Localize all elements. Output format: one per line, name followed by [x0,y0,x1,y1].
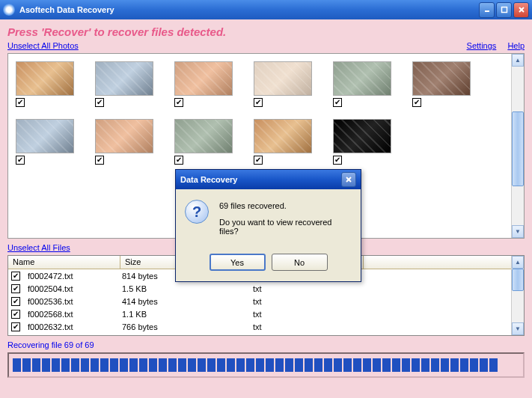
table-row[interactable]: ✔f0002568.txt1.1 KBtxt [8,307,524,320]
table-row[interactable]: ✔f0002504.txt1.5 KBtxt [8,282,524,295]
photo-checkbox[interactable]: ✔ [254,98,263,107]
photo-item[interactable]: ✔ [16,119,74,165]
progress-segment [441,358,449,372]
photo-item[interactable]: ✔ [16,61,74,107]
file-scrollbar[interactable]: ▲ ▼ [511,256,524,335]
progress-segment [324,358,332,372]
photo-checkbox[interactable]: ✔ [333,98,342,107]
scroll-down-button[interactable]: ▼ [512,322,524,335]
file-size: 1.1 KB [117,309,248,319]
progress-segment [480,358,488,372]
photo-item[interactable]: ✔ [254,119,312,165]
help-link[interactable]: Help [507,41,525,50]
no-button[interactable]: No [272,254,328,271]
question-icon: ? [185,200,209,224]
photo-checkbox[interactable]: ✔ [95,156,104,165]
col-header-name[interactable]: Name [8,256,120,269]
table-row[interactable]: ✔f0002632.txt766 bytestxt [8,320,524,333]
file-size: 766 bytes [117,322,248,332]
table-row[interactable]: ✔f0002536.txt414 bytestxt [8,295,524,307]
photo-item[interactable]: ✔ [333,61,391,107]
close-button[interactable] [513,2,529,18]
file-checkbox[interactable]: ✔ [11,310,20,319]
file-ext: txt [248,309,361,319]
progress-segment [295,358,303,372]
dialog-body: ? 69 files recovered. Do you want to vie… [176,189,361,249]
progress-segment [52,358,60,372]
unselect-photos-link[interactable]: Unselect All Photos [7,41,79,50]
scroll-thumb[interactable] [512,111,524,186]
dialog-close-button[interactable] [341,172,356,187]
photo-item[interactable]: ✔ [412,61,471,107]
scroll-down-button[interactable]: ▼ [512,225,524,238]
file-name: f0002568.txt [23,309,117,319]
scroll-up-button[interactable]: ▲ [512,54,524,67]
photo-item[interactable]: ✔ [174,119,233,165]
dialog-titlebar: Data Recovery [176,170,361,189]
unselect-files-link[interactable]: Unselect All Files [7,243,70,252]
progress-segment [129,358,138,372]
photo-thumbnail[interactable] [174,61,233,96]
main-area: Press 'Recover' to recover files detecte… [0,19,532,398]
photo-checkbox[interactable]: ✔ [333,156,342,165]
dialog-text: 69 files recovered. Do you want to view … [219,200,352,243]
col-header-rest [364,256,524,269]
progress-segment [207,358,215,372]
scroll-up-button[interactable]: ▲ [512,256,524,269]
photo-grid: ✔✔✔✔✔✔✔✔✔✔✔ [8,54,524,172]
scroll-track[interactable] [512,269,524,322]
progress-segment [120,358,128,372]
photo-checkbox[interactable]: ✔ [174,98,183,107]
photo-item[interactable]: ✔ [333,119,391,165]
progress-segment [489,358,498,372]
instruction-text: Press 'Recover' to recover files detecte… [7,25,525,38]
photo-checkbox[interactable]: ✔ [412,98,421,107]
photo-item[interactable]: ✔ [174,61,233,107]
progress-segment [305,358,313,372]
progress-segment [285,358,293,372]
photo-thumbnail[interactable] [254,61,312,96]
settings-link[interactable]: Settings [467,41,497,50]
file-ext: txt [248,284,361,294]
photo-thumbnail[interactable] [254,119,312,153]
photo-item[interactable]: ✔ [254,61,312,107]
photo-checkbox[interactable]: ✔ [254,156,263,165]
file-checkbox[interactable]: ✔ [11,284,20,293]
photo-thumbnail[interactable] [95,61,153,96]
photo-checkbox[interactable]: ✔ [16,98,25,107]
window-title: Asoftech Data Recovery [19,5,477,14]
file-checkbox[interactable]: ✔ [11,322,20,331]
photo-thumbnail[interactable] [95,119,153,153]
photo-checkbox[interactable]: ✔ [16,156,25,165]
photo-thumbnail[interactable] [16,119,74,153]
maximize-button[interactable] [496,2,512,18]
photo-thumbnail[interactable] [174,119,233,153]
photo-checkbox[interactable]: ✔ [95,98,104,107]
progress-segment [61,358,70,372]
minimize-button[interactable] [479,2,495,18]
progress-segment [412,358,420,372]
photo-thumbnail[interactable] [333,119,391,153]
photo-thumbnail[interactable] [16,61,74,96]
file-checkbox[interactable]: ✔ [11,272,20,281]
progress-segment [198,358,206,372]
file-name: f0002472.txt [23,271,117,281]
file-name: f0002536.txt [23,296,117,307]
photo-item[interactable]: ✔ [95,119,153,165]
progress-segment [149,358,157,372]
progress-segment [266,358,274,372]
yes-button[interactable]: Yes [210,254,266,271]
file-checkbox[interactable]: ✔ [11,297,20,306]
photo-checkbox[interactable]: ✔ [174,156,183,165]
scroll-thumb[interactable] [512,269,524,291]
scroll-track[interactable] [512,67,524,225]
svg-rect-1 [501,7,507,13]
photo-scrollbar[interactable]: ▲ ▼ [511,54,524,238]
file-size: 1.5 KB [117,284,248,294]
photo-thumbnail[interactable] [412,61,471,96]
photo-thumbnail[interactable] [333,61,391,96]
file-ext: txt [248,296,361,307]
file-name: f0002632.txt [23,322,117,332]
photo-item[interactable]: ✔ [95,61,153,107]
progress-segment [431,358,439,372]
